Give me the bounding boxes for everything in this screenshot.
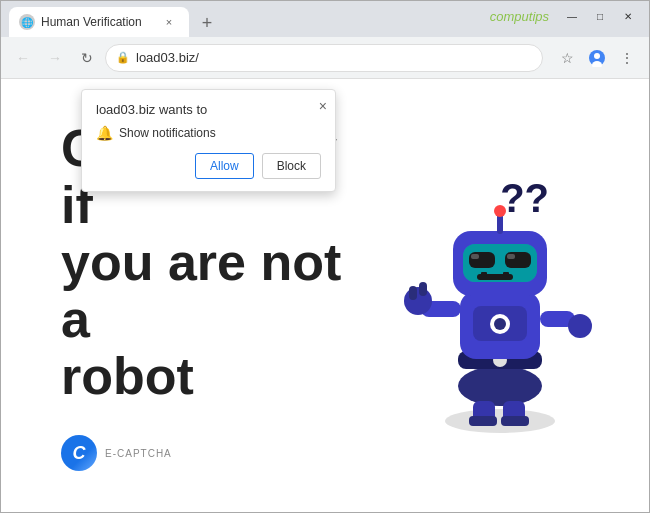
close-button[interactable]: ✕ [615,7,641,25]
popup-close-button[interactable]: × [319,98,327,114]
content-area: Click Allow if you are not a robot C E-C… [1,79,649,512]
ecaptcha-letter: C [73,443,86,464]
popup-header: load03.biz wants to [96,102,321,117]
tab-close-button[interactable]: × [161,14,177,30]
profile-icon [588,49,606,67]
svg-rect-18 [507,254,515,259]
allow-button[interactable]: Allow [195,153,254,179]
bookmark-button[interactable]: ☆ [553,44,581,72]
address-bar[interactable]: 🔒 load03.biz/ [105,44,543,72]
svg-rect-26 [409,286,417,300]
window-controls: — □ ✕ [559,7,641,25]
popup-notification-row: 🔔 Show notifications [96,125,321,141]
minimize-button[interactable]: — [559,7,585,25]
robot-illustration [385,156,605,436]
nav-icons: ☆ ⋮ [553,44,641,72]
new-tab-button[interactable]: + [193,9,221,37]
menu-button[interactable]: ⋮ [613,44,641,72]
svg-rect-32 [469,416,497,426]
svg-rect-17 [471,254,479,259]
svg-rect-21 [503,272,509,276]
question-marks: ?? [500,176,549,221]
favicon-globe-icon: 🌐 [21,17,33,28]
svg-point-29 [568,314,592,338]
main-text-line3: robot [61,348,361,405]
captcha-label: E-CAPTCHA [105,448,172,459]
profile-button[interactable] [583,44,611,72]
back-button[interactable]: ← [9,44,37,72]
notification-popup: × load03.biz wants to 🔔 Show notificatio… [81,89,336,192]
robot-section: ?? [381,156,609,436]
popup-buttons: Allow Block [96,153,321,179]
svg-point-10 [494,318,506,330]
maximize-button[interactable]: □ [587,7,613,25]
reload-button[interactable]: ↻ [73,44,101,72]
svg-point-3 [445,409,555,433]
svg-rect-27 [419,282,427,296]
forward-button[interactable]: → [41,44,69,72]
captcha-section: C E-CAPTCHA [61,435,361,471]
title-bar: 🌐 Human Verification × + computips — □ ✕ [1,1,649,37]
popup-notification-text: Show notifications [119,126,216,140]
chrome-window: 🌐 Human Verification × + computips — □ ✕… [0,0,650,513]
lock-icon: 🔒 [116,51,130,64]
ecaptcha-logo: C [61,435,97,471]
tab-favicon: 🌐 [19,14,35,30]
svg-point-25 [404,287,432,315]
address-text: load03.biz/ [136,50,532,65]
svg-point-1 [594,53,600,59]
bell-icon: 🔔 [96,125,113,141]
nav-bar: ← → ↻ 🔒 load03.biz/ ☆ ⋮ [1,37,649,79]
svg-rect-20 [481,272,487,276]
svg-rect-33 [501,416,529,426]
tab-title: Human Verification [41,15,155,29]
svg-point-4 [458,366,542,406]
main-text-line2: you are not a [61,234,361,348]
computips-label: computips [490,9,549,24]
active-tab[interactable]: 🌐 Human Verification × [9,7,189,37]
block-button[interactable]: Block [262,153,321,179]
